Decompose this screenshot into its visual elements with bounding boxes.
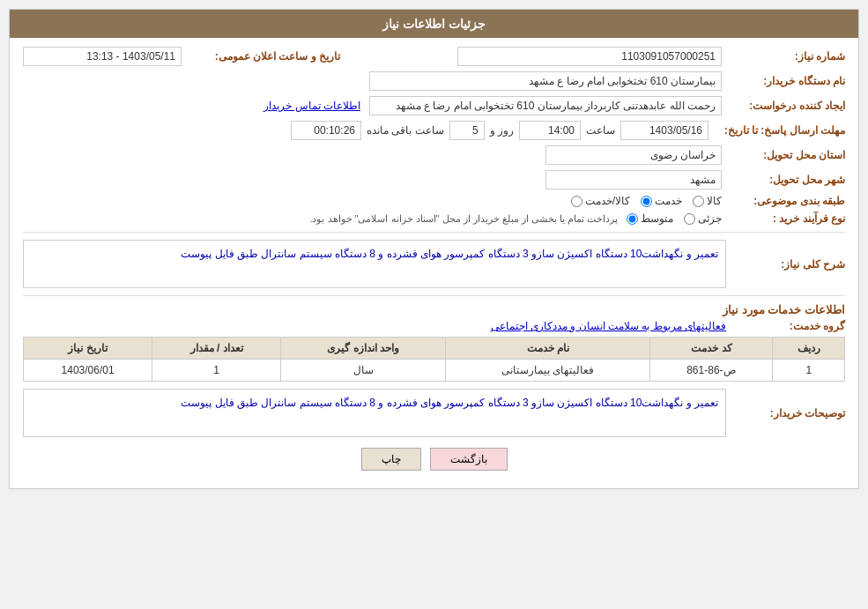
radio-motavasset-label: متوسط	[641, 212, 673, 225]
mohlat-label: مهلت ارسال پاسخ: تا تاریخ:	[708, 124, 845, 137]
services-table: ردیف کد خدمت نام خدمت واحد اندازه گیری ت…	[23, 337, 845, 382]
radio-motavasset: متوسط	[627, 212, 673, 225]
ostan-label: استان محل تحویل:	[722, 149, 845, 161]
row-mohlat: مهلت ارسال پاسخ: تا تاریخ: 1403/05/16 سا…	[23, 121, 845, 140]
shomare-niaz-value: 1103091057000251	[457, 47, 722, 66]
row-shahr: شهر محل تحویل: مشهد	[23, 170, 845, 189]
col-tedad: تعداد / مقدار	[152, 338, 281, 360]
divider-1	[23, 232, 845, 233]
tossif-value: تعمیر و نگهداشت10 دستگاه اکسیژن سازو 3 د…	[23, 389, 726, 437]
cell-tarikh: 1403/06/01	[24, 360, 152, 382]
content-area: شماره نیاز: 1103091057000251 تاریخ و ساع…	[10, 38, 858, 488]
saat-value: 14:00	[519, 121, 581, 140]
bazgasht-button[interactable]: بازگشت	[430, 448, 508, 471]
baghimande-value: 00:10:26	[291, 121, 361, 140]
col-vahed: واحد اندازه گیری	[281, 338, 446, 360]
sharh-label: شرح کلی نیاز:	[726, 258, 845, 271]
page-header: جزئیات اطلاعات نیاز	[10, 10, 858, 38]
tossif-value-box: تعمیر و نگهداشت10 دستگاه اکسیژن سازو 3 د…	[23, 389, 726, 437]
radio-kala-label: کالا	[707, 195, 722, 207]
cell-vahed: سال	[281, 360, 446, 382]
cell-radif: 1	[773, 360, 845, 382]
ittila-tamas-link[interactable]: اطلاعات تماس خریدار	[263, 100, 360, 112]
radio-kala: کالا	[693, 195, 722, 207]
table-row: 1ص-86-861فعالیتهای بیمارستانیسال11403/06…	[24, 360, 845, 382]
row-sharh: شرح کلی نیاز: تعمیر و نگهداشت10 دستگاه ا…	[23, 240, 845, 288]
col-tarikh: تاریخ نیاز	[24, 338, 152, 360]
row-tossif: توصیحات خریدار: تعمیر و نگهداشت10 دستگاه…	[23, 389, 845, 437]
row-geroh: گروه خدمت: فعالیتهای مربوط به سلامت انسا…	[23, 320, 845, 332]
tabaqe-radio-group: کالا/خدمت خدمت کالا	[571, 195, 722, 207]
tabaqe-label: طبقه بندی موضوعی:	[722, 195, 845, 207]
col-nam: نام خدمت	[446, 338, 650, 360]
ijad-konande-label: ایجاد کننده درخواست:	[722, 100, 845, 112]
no-farayand-label: نوع فرآیند خرید :	[722, 212, 845, 225]
nam-dastgah-label: نام دستگاه خریدار:	[722, 75, 845, 87]
radio-jozei-input[interactable]	[684, 213, 695, 225]
baghimande-label: ساعت باقی مانده	[361, 124, 449, 137]
geroh-value[interactable]: فعالیتهای مربوط به سلامت انسان و مددکاری…	[491, 320, 726, 332]
rooz-value: 5	[449, 121, 485, 140]
saat-label: ساعت	[581, 124, 620, 137]
col-kod: کد خدمت	[650, 338, 773, 360]
row-shomare-niaz: شماره نیاز: 1103091057000251 تاریخ و ساع…	[23, 47, 845, 66]
radio-jozei: جزئی	[684, 212, 722, 225]
radio-jozei-label: جزئی	[698, 212, 722, 225]
geroh-value-box: فعالیتهای مربوط به سلامت انسان و مددکاری…	[23, 320, 726, 332]
ijad-konande-value: رحمت الله عابدهدتنی کاربرداز بیمارستان 6…	[369, 96, 722, 115]
col-radif: ردیف	[773, 338, 845, 360]
shahr-label: شهر محل تحویل:	[722, 174, 845, 186]
shahr-value: مشهد	[545, 170, 722, 189]
cell-nam: فعالیتهای بیمارستانی	[446, 360, 650, 382]
ostan-value: خراسان رضوی	[545, 145, 722, 165]
tossif-label: توصیحات خریدار:	[726, 407, 845, 420]
khadamat-section-title: اطلاعات خدمات مورد نیاز	[23, 303, 845, 316]
shomare-niaz-label: شماره نیاز:	[722, 50, 845, 63]
page-wrapper: جزئیات اطلاعات نیاز شماره نیاز: 11030910…	[0, 0, 868, 609]
radio-motavasset-input[interactable]	[627, 213, 638, 225]
row-ostan: استان محل تحویل: خراسان رضوی	[23, 145, 845, 165]
farayand-desc: پرداخت تمام یا بخشی از مبلغ خریدار از مح…	[300, 213, 627, 225]
main-container: جزئیات اطلاعات نیاز شماره نیاز: 11030910…	[9, 9, 859, 489]
nam-dastgah-value: بیمارستان 610 تختخوابی امام رضا ع مشهد	[369, 71, 722, 91]
radio-kala-khadamat-input[interactable]	[571, 196, 582, 207]
radio-kala-khadamat: کالا/خدمت	[571, 195, 630, 207]
radio-khadamat-label: خدمت	[655, 195, 682, 207]
tarikhe-aelan-value: 1403/05/11 - 13:13	[23, 47, 182, 66]
sharh-value: تعمیر و نگهداشت10 دستگاه اکسیژن سازو 3 د…	[23, 240, 726, 288]
geroh-label: گروه خدمت:	[726, 320, 845, 332]
radio-khadamat: خدمت	[641, 195, 682, 207]
page-title: جزئیات اطلاعات نیاز	[382, 17, 486, 31]
row-ijad-konande: ایجاد کننده درخواست: رحمت الله عابدهدتنی…	[23, 96, 845, 115]
farayand-radio-group: متوسط جزئی	[627, 212, 722, 225]
divider-2	[23, 295, 845, 296]
cell-tedad: 1	[152, 360, 281, 382]
row-tabaqe: طبقه بندی موضوعی: کالا/خدمت خدمت کالا	[23, 195, 845, 207]
tarikh-value: 1403/05/16	[620, 121, 708, 140]
tarikhe-aelan-label: تاریخ و ساعت اعلان عمومی:	[182, 50, 340, 63]
row-nam-dastgah: نام دستگاه خریدار: بیمارستان 610 تختخواب…	[23, 71, 845, 91]
bottom-buttons: بازگشت چاپ	[23, 448, 845, 471]
radio-kala-khadamat-label: کالا/خدمت	[585, 195, 630, 207]
cell-kod: ص-86-861	[650, 360, 773, 382]
sharh-value-box: تعمیر و نگهداشت10 دستگاه اکسیژن سازو 3 د…	[23, 240, 726, 288]
radio-kala-input[interactable]	[693, 196, 704, 207]
radio-khadamat-input[interactable]	[641, 196, 652, 207]
rooz-label: روز و	[485, 124, 519, 137]
row-no-farayand: نوع فرآیند خرید : متوسط جزئی پرداخت تمام…	[23, 212, 845, 225]
chap-button[interactable]: چاپ	[361, 448, 421, 471]
